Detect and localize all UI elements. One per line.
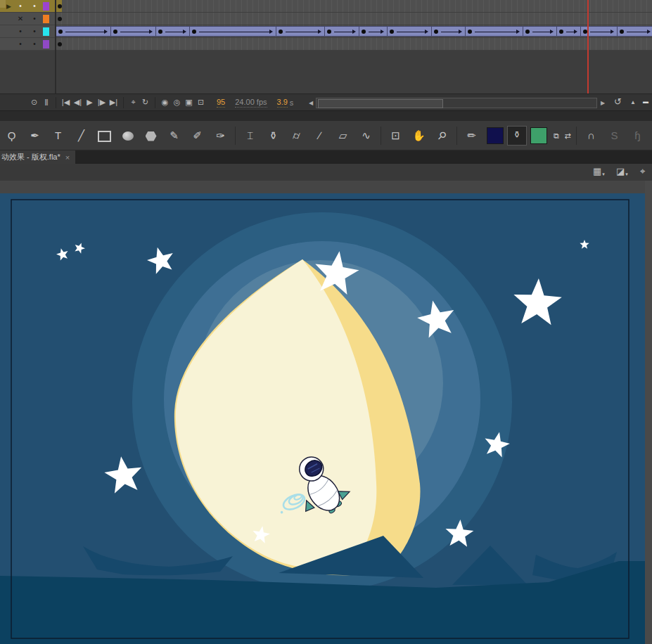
document-tab[interactable]: 动效果 - 版权.fla* × <box>0 150 75 164</box>
camera-tool[interactable]: ⊡ <box>384 122 407 150</box>
motion-tween-span[interactable] <box>618 26 652 37</box>
layer-1-panel[interactable]: ▶•• <box>0 0 55 13</box>
layer-2-outline-color-swatch[interactable] <box>43 15 49 23</box>
motion-tween-span[interactable] <box>557 26 581 37</box>
motion-tween-span[interactable] <box>388 26 432 37</box>
bone-tool[interactable]: ⌶ <box>238 122 262 150</box>
oval-tool[interactable] <box>116 122 139 150</box>
motion-tween-span[interactable] <box>276 26 325 37</box>
clip-markers-icon[interactable]: ⌖ <box>127 94 139 110</box>
width-tool[interactable]: ∿ <box>354 122 378 150</box>
timeline-row-layer-4[interactable]: •• <box>0 38 652 51</box>
keyframe-dot[interactable] <box>468 30 472 34</box>
motion-tween-span[interactable] <box>432 26 466 37</box>
edit-scene-icon[interactable]: ▦▾ <box>593 166 605 177</box>
scrollbar-track[interactable] <box>316 98 597 108</box>
current-frame-field[interactable]: 95 <box>217 98 225 108</box>
scrollbar-thumb[interactable] <box>318 99 443 108</box>
layer-4-panel[interactable]: •• <box>0 38 55 51</box>
motion-tween-span[interactable] <box>581 26 618 37</box>
elapsed-time-field[interactable]: 3.9 <box>277 98 288 108</box>
eyedropper-tool[interactable]: ∕ <box>308 122 331 150</box>
keyframe-dot[interactable] <box>158 30 162 34</box>
stroke-color-swatch[interactable] <box>487 127 504 144</box>
stroke-color-icon[interactable]: ✏ <box>460 122 483 150</box>
motion-tween-span[interactable] <box>523 26 557 37</box>
go-last-frame-button[interactable]: ▶| <box>108 94 120 110</box>
go-first-frame-button[interactable]: |◀ <box>60 94 72 110</box>
layer-view-icon[interactable]: ||| <box>40 94 52 110</box>
paint-bucket-tool[interactable]: ⚱ <box>262 122 285 150</box>
collapse-icon[interactable]: ▲ <box>630 99 636 105</box>
layer-1-outline-color-swatch[interactable] <box>43 2 49 11</box>
snap-magnet-icon[interactable]: ∩ <box>580 122 603 150</box>
step-back-button[interactable]: ◀| <box>72 94 84 110</box>
motion-tween-span[interactable] <box>325 26 359 37</box>
fill-color-swatch[interactable] <box>530 127 547 144</box>
camera-icon[interactable]: ⊙ <box>28 94 40 110</box>
edit-multiple-frames-icon[interactable]: ▣ <box>183 94 195 110</box>
layer-2-panel[interactable]: ✕• <box>0 13 55 25</box>
step-forward-button[interactable]: |▶ <box>96 94 108 110</box>
keyframe-dot[interactable] <box>559 30 563 34</box>
fill-color-icon[interactable]: ⚱ <box>507 126 527 146</box>
hand-tool[interactable]: ✋ <box>407 122 430 150</box>
play-button[interactable]: ▶ <box>84 94 96 110</box>
motion-tween-span[interactable] <box>111 26 156 37</box>
onion-skin-outlines-icon[interactable]: ◎ <box>171 94 183 110</box>
line-tool[interactable]: ╱ <box>70 122 93 150</box>
timeline-row-layer-2[interactable]: ✕• <box>0 13 652 25</box>
keyframe-dot[interactable] <box>434 30 438 34</box>
rectangle-tool[interactable] <box>93 122 116 150</box>
keyframe-dot[interactable] <box>525 30 530 34</box>
layer-1-visibility-toggle[interactable]: • <box>13 0 27 13</box>
keyframe-dot[interactable] <box>113 30 117 34</box>
layer-4-visibility-toggle[interactable]: • <box>13 38 27 51</box>
layer-4-frames[interactable] <box>56 38 652 51</box>
keyframe-dot[interactable] <box>390 30 394 34</box>
timeline-zoom-slider[interactable]: ▬ <box>643 98 648 105</box>
layer-4-outline-color-swatch[interactable] <box>43 40 49 49</box>
keyframe-dot[interactable] <box>620 30 624 34</box>
motion-tween-span[interactable] <box>190 26 276 37</box>
brush-tool[interactable]: ✐ <box>186 122 209 150</box>
timeline-row-layer-3[interactable]: •• <box>0 25 652 38</box>
layer-3-lock-toggle[interactable]: • <box>27 25 41 38</box>
layer-1-lock-toggle[interactable]: • <box>27 0 41 13</box>
layer-2-lock-toggle[interactable]: • <box>27 13 41 25</box>
paint-brush-tool[interactable]: ✑ <box>209 122 232 150</box>
scroll-right-arrow[interactable]: ▶ <box>599 98 607 108</box>
text-tool[interactable]: T <box>46 122 70 150</box>
swap-colors-icon[interactable]: ⇄ <box>562 122 573 150</box>
layer-2-visibility-toggle[interactable]: ✕ <box>13 13 27 25</box>
scroll-left-arrow[interactable]: ◀ <box>307 98 315 108</box>
keyframe-dot[interactable] <box>279 30 283 34</box>
close-tab-icon[interactable]: × <box>65 153 70 162</box>
center-stage-icon[interactable]: ⌖ <box>640 166 645 177</box>
loop-icon[interactable]: ↻ <box>139 94 151 110</box>
keyframe-dot[interactable] <box>362 30 366 34</box>
timeline-row-layer-1[interactable]: ▶•• <box>0 0 652 13</box>
straighten-icon[interactable]: ɧ <box>626 122 649 150</box>
motion-tween-span[interactable] <box>56 26 111 37</box>
layer-1-frames[interactable] <box>56 0 652 13</box>
keyframe-dot[interactable] <box>58 30 63 34</box>
layer-3-panel[interactable]: •• <box>0 25 55 38</box>
layer-3-visibility-toggle[interactable]: • <box>13 25 27 38</box>
keyframe-dot[interactable] <box>58 17 62 21</box>
keyframe-dot[interactable] <box>58 4 62 8</box>
onion-skin-icon[interactable]: ◉ <box>159 94 171 110</box>
keyframe-dot[interactable] <box>192 30 196 34</box>
motion-tween-span[interactable] <box>466 26 523 37</box>
frame-rate-field[interactable]: 24.00 fps <box>235 98 267 108</box>
motion-tween-span[interactable] <box>156 26 190 37</box>
layer-2-frames[interactable] <box>56 13 652 25</box>
motion-tween-span[interactable] <box>359 26 388 37</box>
marker-range-icon[interactable]: ⊡ <box>195 94 207 110</box>
smooth-icon[interactable]: S <box>603 122 626 150</box>
ink-bottle-tool[interactable]: ⌭ <box>285 122 308 150</box>
keyframe-dot[interactable] <box>58 42 62 46</box>
playhead[interactable] <box>587 0 589 94</box>
eraser-tool[interactable]: ▱ <box>331 122 354 150</box>
pencil-tool[interactable]: ✎ <box>162 122 186 150</box>
